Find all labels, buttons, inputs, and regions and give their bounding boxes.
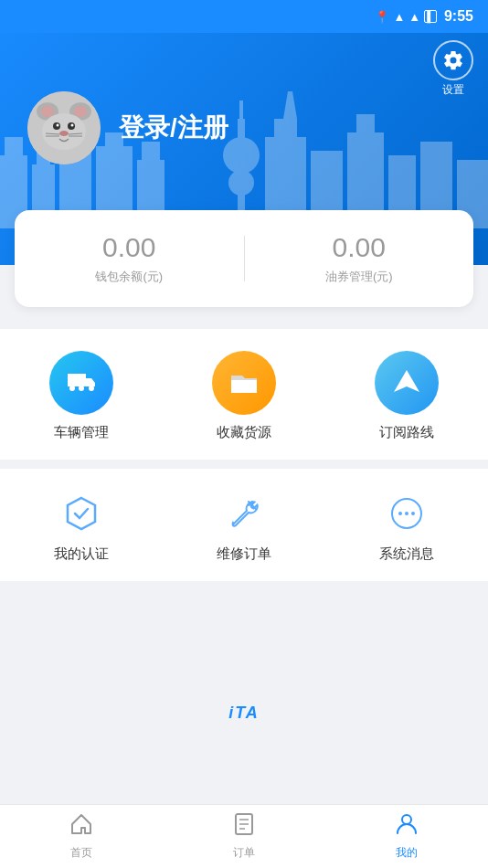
svg-point-40 [79, 386, 84, 391]
location-icon: 📍 [375, 10, 389, 24]
gear-icon [442, 49, 464, 71]
battery-icon: ▌ [424, 10, 437, 23]
system-messages-label: 系统消息 [379, 545, 434, 563]
svg-point-32 [57, 124, 59, 127]
subscribe-routes-label: 订阅路线 [379, 424, 434, 441]
svg-point-13 [228, 170, 254, 196]
orders-tab-label: 订单 [233, 845, 255, 861]
folder-icon-bg [212, 351, 276, 415]
login-register-text[interactable]: 登录/注册 [119, 111, 228, 145]
balance-label: 钱包余额(元) [95, 269, 163, 285]
svg-rect-14 [239, 101, 243, 119]
maintenance-label: 维修订单 [217, 545, 271, 563]
status-icons: 📍 ▲ ▲ ▌ [375, 10, 437, 24]
navigation-icon [390, 366, 423, 399]
status-time: 9:55 [444, 8, 473, 25]
svg-point-39 [69, 386, 75, 391]
svg-rect-16 [274, 119, 297, 137]
favorites-label: 收藏货源 [217, 424, 271, 441]
svg-point-33 [71, 124, 74, 127]
mine-icon [395, 812, 419, 842]
certification-label: 我的认证 [54, 545, 109, 563]
watermark-area: iTA [0, 685, 488, 740]
message-icon [384, 491, 430, 536]
svg-point-41 [89, 386, 94, 391]
home-tab-label: 首页 [70, 845, 92, 861]
svg-point-49 [411, 512, 415, 515]
vehicle-icon-bg [49, 351, 113, 415]
mine-tab-label: 我的 [396, 845, 418, 861]
signal-icon: ▲ [408, 10, 420, 24]
favorites-button[interactable]: 收藏货源 [212, 351, 276, 441]
profile-area[interactable]: 登录/注册 [27, 91, 228, 164]
ita-logo: iTA [228, 704, 260, 723]
certification-icon [58, 491, 104, 536]
wallet-card: 0.00 钱包余额(元) 0.00 油券管理(元) [15, 210, 473, 307]
svg-point-34 [59, 131, 69, 136]
tab-mine[interactable]: 我的 [325, 805, 488, 868]
main-content: 车辆管理 收藏货源 订阅路线 [0, 329, 488, 804]
svg-marker-42 [394, 370, 419, 392]
svg-rect-1 [5, 137, 23, 155]
svg-point-27 [41, 106, 54, 117]
tab-home[interactable]: 首页 [0, 805, 163, 868]
quick-actions-section: 车辆管理 收藏货源 订阅路线 [0, 329, 488, 460]
system-messages-button[interactable]: 系统消息 [379, 491, 434, 563]
svg-point-47 [398, 512, 402, 515]
certification-button[interactable]: 我的认证 [54, 491, 109, 563]
wifi-icon: ▲ [393, 10, 405, 24]
tab-bar: 首页 订单 我的 [0, 804, 488, 868]
balance-value: 0.00 [102, 232, 155, 263]
subscribe-routes-button[interactable]: 订阅路线 [375, 351, 439, 441]
secondary-actions-section: 我的认证 维修订单 [0, 469, 488, 581]
coupon-management[interactable]: 0.00 油券管理(元) [245, 232, 474, 285]
svg-point-12 [223, 137, 260, 174]
navigation-icon-bg [375, 351, 439, 415]
svg-rect-19 [356, 114, 375, 132]
maintenance-orders-button[interactable]: 维修订单 [217, 491, 271, 563]
home-icon [69, 812, 93, 842]
coupon-value: 0.00 [333, 232, 386, 263]
coupon-label: 油券管理(元) [325, 269, 393, 285]
vehicle-management-button[interactable]: 车辆管理 [49, 351, 113, 441]
status-bar: 📍 ▲ ▲ ▌ 9:55 [0, 0, 488, 33]
folder-icon [228, 366, 260, 399]
svg-marker-43 [68, 498, 95, 529]
settings-icon-circle [433, 40, 473, 80]
settings-label: 设置 [442, 82, 464, 98]
settings-button[interactable]: 设置 [433, 40, 473, 98]
svg-point-48 [405, 512, 408, 515]
wrench-icon [221, 491, 267, 536]
svg-point-54 [402, 815, 411, 824]
svg-marker-23 [283, 91, 297, 119]
vehicle-management-label: 车辆管理 [54, 424, 109, 441]
avatar[interactable] [27, 91, 101, 164]
orders-icon [232, 812, 256, 842]
wallet-balance[interactable]: 0.00 钱包余额(元) [15, 232, 244, 285]
svg-point-28 [74, 106, 87, 117]
truck-icon [65, 366, 98, 399]
avatar-image [27, 91, 101, 164]
tab-orders[interactable]: 订单 [163, 805, 325, 868]
